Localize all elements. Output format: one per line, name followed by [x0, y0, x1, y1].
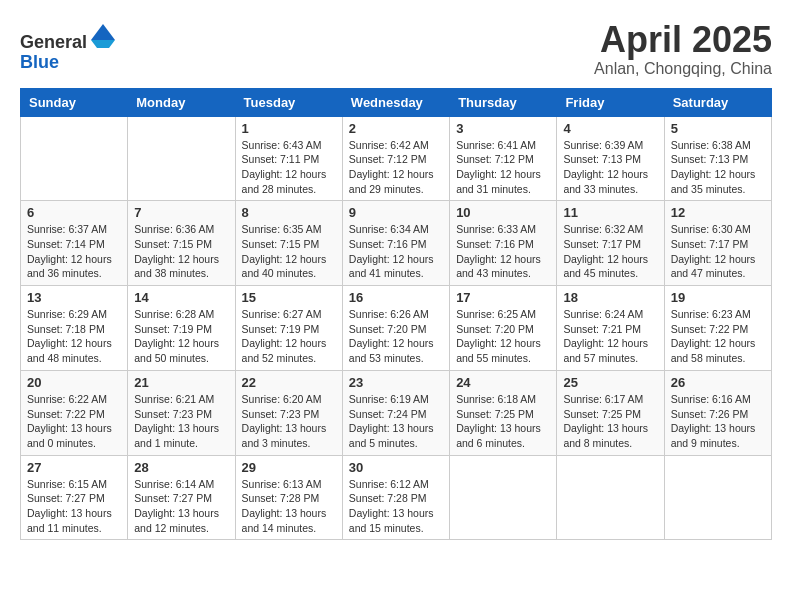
svg-marker-1 [91, 40, 115, 48]
day-info: Sunrise: 6:14 AMSunset: 7:27 PMDaylight:… [134, 477, 228, 536]
calendar-cell: 14Sunrise: 6:28 AMSunset: 7:19 PMDayligh… [128, 286, 235, 371]
calendar-cell: 17Sunrise: 6:25 AMSunset: 7:20 PMDayligh… [450, 286, 557, 371]
day-number: 17 [456, 290, 550, 305]
calendar-cell: 2Sunrise: 6:42 AMSunset: 7:12 PMDaylight… [342, 116, 449, 201]
day-number: 22 [242, 375, 336, 390]
day-number: 24 [456, 375, 550, 390]
calendar-cell: 1Sunrise: 6:43 AMSunset: 7:11 PMDaylight… [235, 116, 342, 201]
day-number: 2 [349, 121, 443, 136]
day-info: Sunrise: 6:20 AMSunset: 7:23 PMDaylight:… [242, 392, 336, 451]
calendar-cell: 28Sunrise: 6:14 AMSunset: 7:27 PMDayligh… [128, 455, 235, 540]
calendar-day-header: Thursday [450, 88, 557, 116]
calendar-cell [128, 116, 235, 201]
svg-marker-0 [91, 24, 115, 40]
day-info: Sunrise: 6:29 AMSunset: 7:18 PMDaylight:… [27, 307, 121, 366]
calendar-cell [557, 455, 664, 540]
day-info: Sunrise: 6:30 AMSunset: 7:17 PMDaylight:… [671, 222, 765, 281]
calendar-cell: 16Sunrise: 6:26 AMSunset: 7:20 PMDayligh… [342, 286, 449, 371]
calendar-week-row: 20Sunrise: 6:22 AMSunset: 7:22 PMDayligh… [21, 370, 772, 455]
day-info: Sunrise: 6:18 AMSunset: 7:25 PMDaylight:… [456, 392, 550, 451]
calendar-day-header: Wednesday [342, 88, 449, 116]
logo: General Blue [20, 20, 117, 73]
calendar-day-header: Friday [557, 88, 664, 116]
day-number: 8 [242, 205, 336, 220]
day-info: Sunrise: 6:16 AMSunset: 7:26 PMDaylight:… [671, 392, 765, 451]
calendar-day-header: Saturday [664, 88, 771, 116]
calendar-week-row: 13Sunrise: 6:29 AMSunset: 7:18 PMDayligh… [21, 286, 772, 371]
day-number: 12 [671, 205, 765, 220]
calendar-cell: 25Sunrise: 6:17 AMSunset: 7:25 PMDayligh… [557, 370, 664, 455]
day-number: 1 [242, 121, 336, 136]
day-info: Sunrise: 6:33 AMSunset: 7:16 PMDaylight:… [456, 222, 550, 281]
day-info: Sunrise: 6:13 AMSunset: 7:28 PMDaylight:… [242, 477, 336, 536]
day-info: Sunrise: 6:41 AMSunset: 7:12 PMDaylight:… [456, 138, 550, 197]
day-number: 3 [456, 121, 550, 136]
day-number: 30 [349, 460, 443, 475]
day-number: 15 [242, 290, 336, 305]
day-info: Sunrise: 6:28 AMSunset: 7:19 PMDaylight:… [134, 307, 228, 366]
calendar-cell: 9Sunrise: 6:34 AMSunset: 7:16 PMDaylight… [342, 201, 449, 286]
day-info: Sunrise: 6:42 AMSunset: 7:12 PMDaylight:… [349, 138, 443, 197]
day-number: 7 [134, 205, 228, 220]
title-area: April 2025 Anlan, Chongqing, China [594, 20, 772, 78]
calendar-cell: 7Sunrise: 6:36 AMSunset: 7:15 PMDaylight… [128, 201, 235, 286]
day-info: Sunrise: 6:22 AMSunset: 7:22 PMDaylight:… [27, 392, 121, 451]
day-number: 21 [134, 375, 228, 390]
day-number: 10 [456, 205, 550, 220]
calendar-cell: 12Sunrise: 6:30 AMSunset: 7:17 PMDayligh… [664, 201, 771, 286]
day-number: 26 [671, 375, 765, 390]
calendar-week-row: 1Sunrise: 6:43 AMSunset: 7:11 PMDaylight… [21, 116, 772, 201]
day-number: 20 [27, 375, 121, 390]
month-title: April 2025 [594, 20, 772, 60]
calendar-week-row: 6Sunrise: 6:37 AMSunset: 7:14 PMDaylight… [21, 201, 772, 286]
calendar-cell: 15Sunrise: 6:27 AMSunset: 7:19 PMDayligh… [235, 286, 342, 371]
day-info: Sunrise: 6:19 AMSunset: 7:24 PMDaylight:… [349, 392, 443, 451]
calendar-cell: 23Sunrise: 6:19 AMSunset: 7:24 PMDayligh… [342, 370, 449, 455]
calendar-cell: 3Sunrise: 6:41 AMSunset: 7:12 PMDaylight… [450, 116, 557, 201]
day-number: 4 [563, 121, 657, 136]
calendar-cell: 4Sunrise: 6:39 AMSunset: 7:13 PMDaylight… [557, 116, 664, 201]
calendar-cell: 8Sunrise: 6:35 AMSunset: 7:15 PMDaylight… [235, 201, 342, 286]
day-number: 6 [27, 205, 121, 220]
day-info: Sunrise: 6:12 AMSunset: 7:28 PMDaylight:… [349, 477, 443, 536]
day-info: Sunrise: 6:35 AMSunset: 7:15 PMDaylight:… [242, 222, 336, 281]
day-info: Sunrise: 6:34 AMSunset: 7:16 PMDaylight:… [349, 222, 443, 281]
calendar-cell: 10Sunrise: 6:33 AMSunset: 7:16 PMDayligh… [450, 201, 557, 286]
calendar-cell: 22Sunrise: 6:20 AMSunset: 7:23 PMDayligh… [235, 370, 342, 455]
calendar-cell [21, 116, 128, 201]
day-number: 29 [242, 460, 336, 475]
calendar-cell: 24Sunrise: 6:18 AMSunset: 7:25 PMDayligh… [450, 370, 557, 455]
day-number: 18 [563, 290, 657, 305]
day-number: 11 [563, 205, 657, 220]
day-info: Sunrise: 6:23 AMSunset: 7:22 PMDaylight:… [671, 307, 765, 366]
calendar-cell: 21Sunrise: 6:21 AMSunset: 7:23 PMDayligh… [128, 370, 235, 455]
day-number: 14 [134, 290, 228, 305]
day-info: Sunrise: 6:21 AMSunset: 7:23 PMDaylight:… [134, 392, 228, 451]
calendar-cell: 6Sunrise: 6:37 AMSunset: 7:14 PMDaylight… [21, 201, 128, 286]
logo-general-text: General [20, 32, 87, 52]
calendar-cell: 18Sunrise: 6:24 AMSunset: 7:21 PMDayligh… [557, 286, 664, 371]
day-info: Sunrise: 6:38 AMSunset: 7:13 PMDaylight:… [671, 138, 765, 197]
day-number: 9 [349, 205, 443, 220]
calendar-week-row: 27Sunrise: 6:15 AMSunset: 7:27 PMDayligh… [21, 455, 772, 540]
calendar-cell: 30Sunrise: 6:12 AMSunset: 7:28 PMDayligh… [342, 455, 449, 540]
calendar-cell: 13Sunrise: 6:29 AMSunset: 7:18 PMDayligh… [21, 286, 128, 371]
day-number: 27 [27, 460, 121, 475]
calendar-day-header: Sunday [21, 88, 128, 116]
day-number: 19 [671, 290, 765, 305]
logo-icon [89, 20, 117, 48]
day-number: 28 [134, 460, 228, 475]
day-number: 23 [349, 375, 443, 390]
day-number: 16 [349, 290, 443, 305]
day-info: Sunrise: 6:43 AMSunset: 7:11 PMDaylight:… [242, 138, 336, 197]
day-info: Sunrise: 6:32 AMSunset: 7:17 PMDaylight:… [563, 222, 657, 281]
page-header: General Blue April 2025 Anlan, Chongqing… [20, 20, 772, 78]
calendar-cell: 29Sunrise: 6:13 AMSunset: 7:28 PMDayligh… [235, 455, 342, 540]
calendar-day-header: Monday [128, 88, 235, 116]
day-number: 5 [671, 121, 765, 136]
day-info: Sunrise: 6:37 AMSunset: 7:14 PMDaylight:… [27, 222, 121, 281]
day-number: 25 [563, 375, 657, 390]
day-info: Sunrise: 6:26 AMSunset: 7:20 PMDaylight:… [349, 307, 443, 366]
calendar-header-row: SundayMondayTuesdayWednesdayThursdayFrid… [21, 88, 772, 116]
calendar-cell: 5Sunrise: 6:38 AMSunset: 7:13 PMDaylight… [664, 116, 771, 201]
